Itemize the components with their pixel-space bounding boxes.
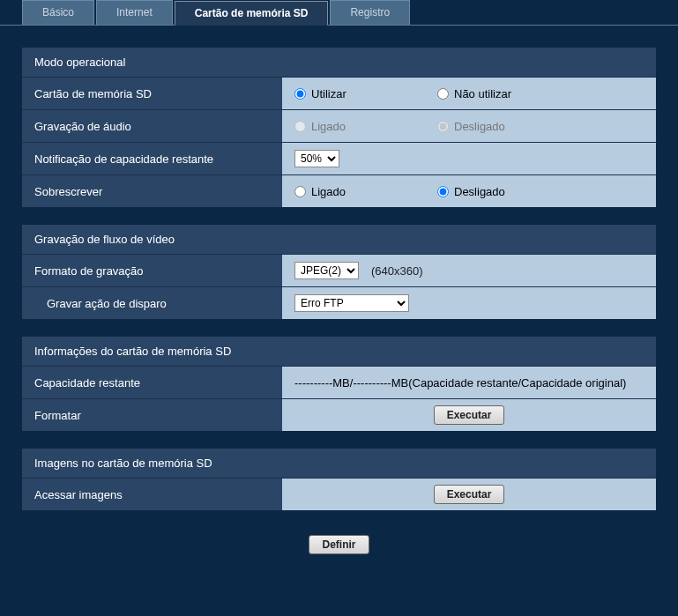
select-record-format[interactable]: JPEG(2) <box>294 262 359 279</box>
radio-label-audio-off: Desligado <box>454 120 505 133</box>
access-images-execute-button[interactable]: Executar <box>434 485 505 504</box>
radio-label-overwrite-off: Desligado <box>454 185 505 198</box>
section-video-stream: Gravação de fluxo de vídeo Formato de gr… <box>22 225 656 319</box>
tab-basic[interactable]: Básico <box>22 0 94 25</box>
label-format-sd: Formatar <box>22 399 282 431</box>
section-title-sd-images: Imagens no cartão de memória SD <box>22 449 656 478</box>
radio-label-sd-not-use: Não utilizar <box>454 87 511 100</box>
label-access-images: Acessar imagens <box>22 479 282 510</box>
section-title-operational-mode: Modo operacional <box>22 48 656 77</box>
label-audio-rec: Gravação de áudio <box>22 110 282 142</box>
label-capacity-notify: Notificação de capacidade restante <box>22 143 282 174</box>
define-button[interactable]: Definir <box>309 535 369 554</box>
radio-audio-on <box>294 121 306 132</box>
section-sd-images: Imagens no cartão de memória SD Acessar … <box>22 449 656 510</box>
radio-label-audio-on: Ligado <box>311 120 346 133</box>
radio-label-sd-use: Utilizar <box>311 87 346 100</box>
label-save-trigger: Gravar ação de disparo <box>22 287 282 319</box>
section-title-sd-info: Informações do cartão de memória SD <box>22 337 656 366</box>
tab-internet[interactable]: Internet <box>96 0 173 25</box>
label-record-format: Formato de gravação <box>22 255 282 286</box>
radio-overwrite-off[interactable] <box>437 186 449 197</box>
hint-record-format-resolution: (640x360) <box>371 264 423 278</box>
format-execute-button[interactable]: Executar <box>434 405 505 425</box>
section-title-video-stream: Gravação de fluxo de vídeo <box>22 225 656 254</box>
radio-sd-use[interactable] <box>294 88 306 100</box>
tab-sd-card[interactable]: Cartão de memória SD <box>175 1 329 26</box>
label-remaining-capacity: Capacidade restante <box>22 367 282 398</box>
tab-log[interactable]: Registro <box>330 0 410 25</box>
radio-audio-off <box>437 121 449 132</box>
value-remaining-capacity: ----------MB/----------MB(Capacidade res… <box>294 376 626 390</box>
select-capacity-notify[interactable]: 50% <box>294 150 339 167</box>
section-operational-mode: Modo operacional Cartão de memória SD Ut… <box>22 48 656 207</box>
radio-label-overwrite-on: Ligado <box>311 185 346 198</box>
radio-overwrite-on[interactable] <box>294 186 306 197</box>
label-overwrite: Sobrescrever <box>22 175 282 207</box>
label-sd-card: Cartão de memória SD <box>22 78 282 109</box>
section-sd-info: Informações do cartão de memória SD Capa… <box>22 337 656 431</box>
radio-sd-not-use[interactable] <box>437 88 449 100</box>
select-save-trigger[interactable]: Erro FTP <box>294 294 409 312</box>
tab-bar: Básico Internet Cartão de memória SD Reg… <box>0 0 678 26</box>
